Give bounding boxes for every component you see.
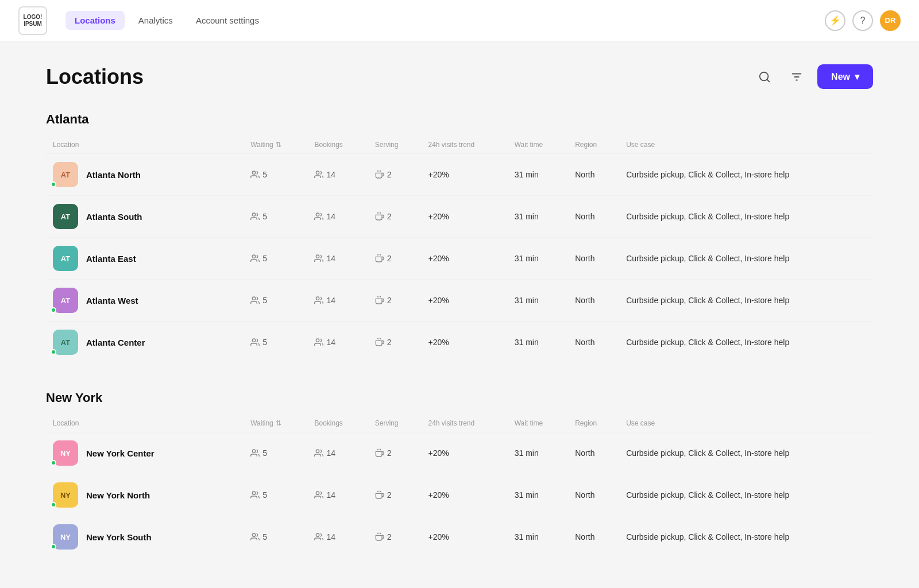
bookings-value: 14 [314, 490, 361, 500]
location-name-atlanta-north: Atlanta North [86, 170, 141, 180]
serving-icon [375, 212, 384, 221]
section-atlanta: AtlantaLocationWaiting⇅BookingsServing24… [46, 112, 873, 363]
svg-point-16 [316, 255, 319, 258]
svg-point-26 [316, 339, 319, 342]
usecase-cell: Curbside pickup, Click & Collect, In-sto… [619, 154, 873, 196]
new-button[interactable]: New ▾ [817, 64, 873, 89]
location-cell-atlanta-center: ATAtlanta Center [46, 322, 244, 363]
sort-icon-waiting: ⇅ [276, 141, 281, 149]
waiting-value: 5 [250, 448, 300, 458]
usecase-cell: Curbside pickup, Click & Collect, In-sto… [619, 516, 873, 558]
location-cell-atlanta-east: ATAtlanta East [46, 238, 244, 280]
trend-cell: +20% [422, 280, 508, 322]
region-cell: North [568, 196, 619, 238]
serving-cell: 2 [368, 196, 422, 238]
search-button[interactable] [753, 65, 776, 88]
serving-value: 2 [375, 532, 415, 541]
logo: LOGO!IPSUM [18, 6, 47, 35]
bookings-icon [314, 532, 323, 541]
people-icon [250, 254, 260, 263]
location-badge-ny-center: NY [53, 440, 78, 466]
bookings-value: 14 [314, 212, 361, 221]
bookings-cell: 14 [307, 322, 368, 363]
svg-point-40 [253, 533, 256, 536]
bookings-value: 14 [314, 170, 361, 179]
bookings-cell: 14 [307, 432, 368, 474]
bookings-value: 14 [314, 532, 361, 541]
waiting-value: 5 [250, 170, 300, 179]
location-name-ny-center: New York Center [86, 448, 155, 458]
bookings-value: 14 [314, 338, 361, 347]
svg-point-15 [253, 255, 256, 258]
waiting-value: 5 [250, 490, 300, 500]
notification-icon[interactable]: ⚡ [825, 10, 845, 31]
waittime-cell: 31 min [508, 238, 569, 280]
svg-point-41 [316, 533, 319, 536]
bookings-icon [314, 254, 323, 263]
bookings-cell: 14 [307, 516, 368, 558]
location-badge-atlanta-south: AT [53, 204, 78, 229]
bookings-cell: 14 [307, 154, 368, 196]
svg-point-35 [253, 492, 256, 494]
col-header-waittime: Wait time [508, 415, 569, 432]
col-header-waiting[interactable]: Waiting⇅ [244, 136, 307, 154]
region-cell: North [568, 280, 619, 322]
location-cell-ny-south: NYNew York South [46, 516, 244, 558]
location-cell-ny-center: NYNew York Center [46, 432, 244, 474]
col-header-waiting[interactable]: Waiting⇅ [244, 415, 307, 432]
bookings-cell: 14 [307, 238, 368, 280]
serving-value: 2 [375, 296, 415, 305]
help-icon[interactable]: ? [852, 10, 873, 31]
region-cell: North [568, 154, 619, 196]
bookings-icon [314, 170, 323, 179]
trend-cell: +20% [422, 196, 508, 238]
nav-item-account-settings[interactable]: Account settings [187, 11, 268, 30]
svg-line-1 [767, 79, 769, 82]
people-icon [250, 296, 260, 305]
table-row[interactable]: ATAtlanta Center 5 14 2+20%31 minNorthCu… [46, 322, 873, 363]
col-header-trend: 24h visits trend [422, 136, 508, 154]
table-row[interactable]: ATAtlanta South 5 14 2+20%31 minNorthCur… [46, 196, 873, 238]
region-cell: North [568, 432, 619, 474]
serving-icon [375, 490, 384, 500]
nav-item-analytics[interactable]: Analytics [129, 11, 182, 30]
serving-value: 2 [375, 448, 415, 458]
table-row[interactable]: NYNew York North 5 14 2+20%31 minNorthCu… [46, 474, 873, 516]
usecase-cell: Curbside pickup, Click & Collect, In-sto… [619, 432, 873, 474]
section-title-new-york: New York [46, 390, 873, 405]
section-title-atlanta: Atlanta [46, 112, 873, 127]
nav-links: Locations Analytics Account settings [65, 11, 825, 30]
status-dot-atlanta-north [51, 181, 56, 187]
avatar[interactable]: DR [880, 10, 901, 31]
main-content: Locations New ▾ AtlantaLocationWaiting⇅B… [0, 41, 919, 588]
usecase-cell: Curbside pickup, Click & Collect, In-sto… [619, 280, 873, 322]
waiting-value: 5 [250, 296, 300, 305]
trend-cell: +20% [422, 474, 508, 516]
sort-icon-waiting: ⇅ [276, 419, 281, 427]
col-header-location: Location [46, 415, 244, 432]
table-row[interactable]: NYNew York South 5 14 2+20%31 minNorthCu… [46, 516, 873, 558]
serving-cell: 2 [368, 516, 422, 558]
location-cell-atlanta-north: ATAtlanta North [46, 154, 244, 196]
serving-cell: 2 [368, 280, 422, 322]
col-header-location: Location [46, 136, 244, 154]
location-badge-atlanta-west: AT [53, 288, 78, 313]
trend-cell: +20% [422, 516, 508, 558]
region-cell: North [568, 474, 619, 516]
serving-icon [375, 448, 384, 458]
table-row[interactable]: NYNew York Center 5 14 2+20%31 minNorthC… [46, 432, 873, 474]
serving-value: 2 [375, 338, 415, 347]
waiting-value: 5 [250, 338, 300, 347]
search-icon [758, 71, 771, 83]
table-row[interactable]: ATAtlanta North 5 14 2+20%31 minNorthCur… [46, 154, 873, 196]
nav-item-locations[interactable]: Locations [65, 11, 125, 30]
region-cell: North [568, 322, 619, 363]
waittime-cell: 31 min [508, 154, 569, 196]
region-cell: North [568, 516, 619, 558]
waiting-cell: 5 [244, 196, 307, 238]
people-icon [250, 170, 260, 179]
table-row[interactable]: ATAtlanta West 5 14 2+20%31 minNorthCurb… [46, 280, 873, 322]
filter-button[interactable] [785, 65, 808, 88]
table-row[interactable]: ATAtlanta East 5 14 2+20%31 minNorthCurb… [46, 238, 873, 280]
serving-cell: 2 [368, 238, 422, 280]
